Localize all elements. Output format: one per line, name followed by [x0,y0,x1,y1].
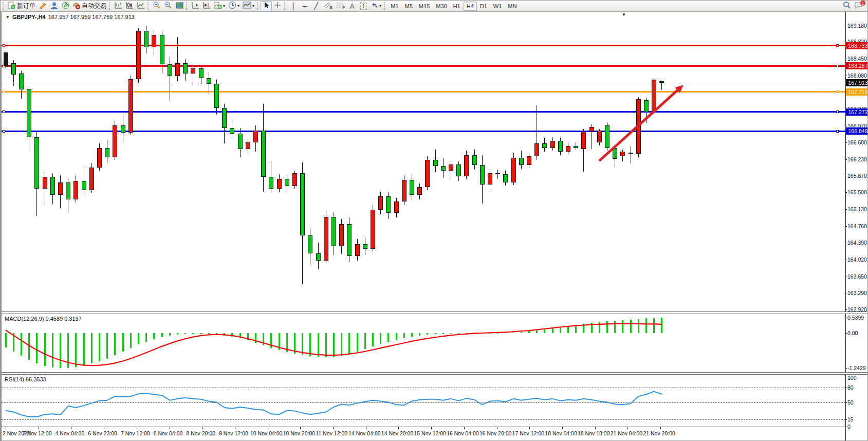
tab-timeframe-w1[interactable]: W1 [490,2,505,11]
line-chart-button[interactable] [135,1,146,11]
panel-separator[interactable] [2,372,868,375]
crosshair-tool-button[interactable] [272,1,283,11]
panel-separator[interactable] [2,311,868,314]
arrows-tool-button[interactable]: ▾ [369,1,383,11]
macd-histogram-bar [348,333,350,354]
line-anchor[interactable] [3,44,5,47]
toolbar-grip[interactable] [284,2,287,10]
channel-letter: E [330,5,333,10]
notifications-button[interactable]: 1 [853,1,864,11]
line-anchor[interactable] [836,65,839,67]
toolbar-grip[interactable] [109,2,112,10]
time-tick-label: 3 Nov 12:00 [23,430,52,436]
time-tick [71,427,71,429]
candle [136,31,141,79]
line-anchor[interactable] [3,130,5,133]
line-anchor[interactable] [836,111,839,113]
time-axis[interactable]: 2 Nov 20223 Nov 12:004 Nov 04:006 Nov 23… [2,427,868,441]
search-button[interactable] [841,1,853,11]
candle [269,177,273,189]
chart-plot[interactable]: ▼ GBPJPY-,H4 167.957 167.959 167.759 167… [2,12,845,441]
templates-icon [243,2,251,10]
time-tick [398,427,399,429]
cursor-tool-button[interactable] [261,1,272,11]
candle [121,125,125,133]
candle [89,168,94,190]
candle [613,148,617,159]
tile-windows-button[interactable] [174,1,185,11]
tab-timeframe-m15[interactable]: M15 [416,2,433,11]
clock-icon [228,1,236,11]
macd-signal-line [2,12,845,441]
macd-histogram-bar [161,333,163,337]
profile-button[interactable] [48,1,60,11]
tab-timeframe-m1[interactable]: M1 [387,2,401,11]
macd-histogram-bar [544,329,545,333]
macd-histogram-bar [333,333,335,357]
zoom-out-button[interactable] [162,1,174,11]
horizontal-line-tool-button[interactable]: ─ [299,1,310,11]
bar-chart-button[interactable] [113,1,124,11]
chart-ohlc-values: 167.957 167.959 167.759 167.913 [48,14,135,20]
tab-timeframe-h4[interactable]: H4 [464,2,477,11]
candle [456,164,461,176]
macd-histogram-bar [521,332,522,333]
indicators-button[interactable]: ▾ [212,1,227,11]
time-tick-label: 7 Nov 12:00 [121,430,150,436]
symbol-dropdown-icon[interactable]: ▼ [6,15,10,20]
crayon-button[interactable] [37,1,48,11]
signal-button[interactable] [60,1,71,11]
tab-timeframe-m5[interactable]: M5 [402,2,416,11]
horizontal-level-line[interactable] [2,45,845,46]
candle [659,81,664,83]
candle [238,134,243,149]
line-anchor[interactable] [836,44,839,47]
toolbar-grip[interactable] [147,2,150,10]
price-tick-label: 166.600 [847,139,867,145]
timeframe-label: MN [508,3,516,9]
rsi-level-line [2,402,845,403]
macd-histogram-bar [661,318,662,333]
equidistant-channel-tool-button[interactable]: E [322,1,334,11]
line-anchor[interactable] [836,130,839,133]
text-label-tool-button[interactable]: T [358,1,369,11]
chart-shift-button[interactable] [201,1,212,11]
time-tick-label: 9 Nov 12:00 [219,430,248,436]
line-anchor[interactable] [836,90,839,93]
rsi-label: RSI(14) 66.3533 [5,376,46,382]
price-axis[interactable]: 169.180168.820168.450168.080167.710167.3… [845,12,868,441]
text-tool-button[interactable]: A [346,1,358,11]
candle [574,146,578,148]
tab-timeframe-m30[interactable]: M30 [433,2,450,11]
candle [519,158,524,165]
candlestick-chart-button[interactable] [124,1,135,11]
periods-button[interactable]: ▾ [227,1,241,11]
candle [222,108,227,128]
fibonacci-tool-button[interactable]: F [334,1,346,11]
chevron-down-icon: ▾ [252,4,254,8]
autotrading-button[interactable]: 自动交易 [71,1,108,11]
tab-timeframe-mn[interactable]: MN [505,2,520,11]
auto-scroll-button[interactable] [190,1,201,11]
vertical-line-tool-button[interactable]: │ [288,1,299,11]
time-tick [202,427,202,429]
toolbar-grip[interactable] [186,2,189,10]
rsi-axis-label: 100 [847,375,857,381]
tab-timeframe-d1[interactable]: D1 [477,2,490,11]
toolbar-grip[interactable] [3,2,5,10]
toolbar-grip[interactable] [257,2,260,10]
mt4-window: 新订单 自动交易 [0,0,868,441]
tab-timeframe-h1[interactable]: H1 [450,2,464,11]
zoom-in-button[interactable] [151,1,162,11]
line-anchor[interactable] [3,111,5,113]
trend-arrow-annotation[interactable] [2,12,845,441]
toolbar-grip[interactable] [384,2,386,10]
line-anchor[interactable] [3,90,5,93]
candle [542,143,547,148]
horizontal-level-line[interactable] [2,65,845,67]
new-order-button[interactable]: 新订单 [6,1,37,11]
candle [652,80,656,113]
trendline-tool-button[interactable]: ╱ [310,1,322,11]
candle [191,68,195,74]
templates-button[interactable]: ▾ [241,1,256,11]
